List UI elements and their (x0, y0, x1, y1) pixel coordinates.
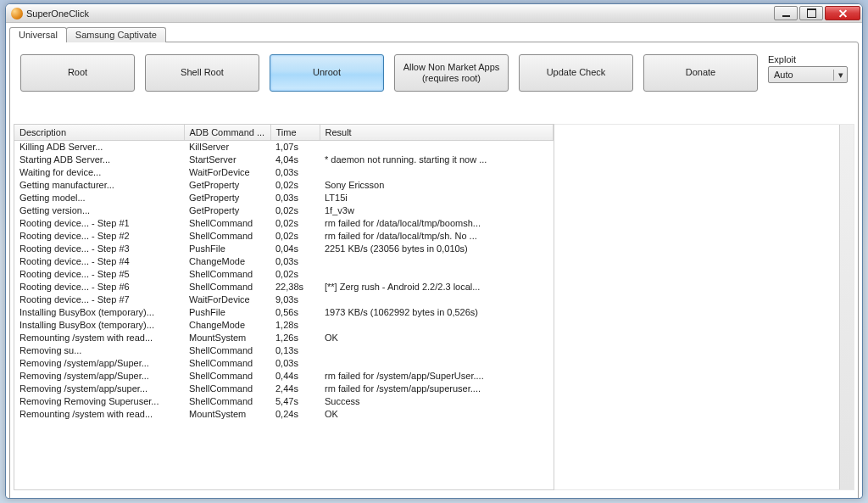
cell-res: Success (320, 394, 554, 407)
cell-desc: Rooting device... - Step #3 (14, 242, 184, 254)
table-row[interactable]: Installing BusyBox (temporary)...PushFil… (14, 305, 554, 318)
cell-time: 2,44s (270, 382, 320, 394)
close-button[interactable] (825, 6, 860, 20)
cell-time: 5,47s (270, 394, 320, 407)
table-row[interactable]: Rooting device... - Step #7WaitForDevice… (14, 293, 554, 305)
cell-cmd: ShellCommand (184, 382, 270, 394)
cell-res (320, 254, 554, 267)
table-row[interactable]: Rooting device... - Step #4ChangeMode0,0… (14, 254, 554, 267)
cell-desc: Killing ADB Server... (14, 140, 184, 153)
table-row[interactable]: Remounting /system with read...MountSyst… (14, 407, 554, 420)
update-check-button[interactable]: Update Check (519, 54, 633, 92)
cell-cmd: ShellCommand (184, 267, 270, 280)
cell-desc: Removing Removing Superuser... (14, 394, 184, 407)
col-description[interactable]: Description (14, 125, 184, 140)
titlebar[interactable]: SuperOneClick (6, 4, 862, 23)
cell-time: 0,02s (270, 204, 320, 216)
cell-desc: Rooting device... - Step #5 (14, 267, 184, 280)
col-time[interactable]: Time (270, 125, 320, 140)
scroll-up-icon[interactable]: ▲ (840, 125, 854, 138)
cell-cmd: KillServer (184, 140, 270, 153)
cell-time: 0,03s (270, 191, 320, 204)
cell-cmd: ChangeMode (184, 254, 270, 267)
table-row[interactable]: Getting model...GetProperty0,03sLT15i (14, 191, 554, 204)
table-row[interactable]: Removing /system/app/Super...ShellComman… (14, 356, 554, 369)
cell-cmd: ShellCommand (184, 344, 270, 356)
cell-desc: Starting ADB Server... (14, 153, 184, 165)
table-row[interactable]: Rooting device... - Step #2ShellCommand0… (14, 229, 554, 242)
table-row[interactable]: Remounting /system with read...MountSyst… (14, 331, 554, 344)
tab-page-universal: Root Shell Root Unroot Allow Non Market … (9, 42, 859, 499)
content-split: Description ADB Command ... Time Result … (14, 124, 854, 490)
tab-samsung-captivate[interactable]: Samsung Captivate (66, 27, 166, 42)
cell-cmd: PushFile (184, 242, 270, 254)
cell-time: 0,03s (270, 254, 320, 267)
exploit-group: Exploit Auto ▾ (768, 54, 848, 83)
scroll-down-icon[interactable]: ▼ (840, 476, 854, 489)
cell-res (320, 267, 554, 280)
table-row[interactable]: Waiting for device...WaitForDevice0,03s (14, 165, 554, 178)
cell-cmd: ShellCommand (184, 394, 270, 407)
cell-res: rm failed for /system/app/SuperUser.... (320, 369, 554, 382)
exploit-combobox[interactable]: Auto ▾ (768, 66, 848, 83)
application-window: SuperOneClick Universal Samsung Captivat… (5, 3, 863, 499)
cell-res (320, 293, 554, 305)
table-row[interactable]: Getting manufacturer...GetProperty0,02sS… (14, 178, 554, 191)
table-row[interactable]: Killing ADB Server...KillServer1,07s (14, 140, 554, 153)
cell-cmd: MountSystem (184, 407, 270, 420)
cell-time: 0,03s (270, 356, 320, 369)
cell-time: 0,56s (270, 305, 320, 318)
cell-desc: Remounting /system with read... (14, 331, 184, 344)
table-row[interactable]: Starting ADB Server...StartServer4,04s* … (14, 153, 554, 165)
cell-desc: Installing BusyBox (temporary)... (14, 305, 184, 318)
cell-desc: Removing /system/app/super... (14, 382, 184, 394)
cell-time: 22,38s (270, 280, 320, 293)
table-row[interactable]: Getting version...GetProperty0,02s1f_v3w (14, 204, 554, 216)
cell-cmd: PushFile (184, 305, 270, 318)
col-adb-command[interactable]: ADB Command ... (184, 125, 270, 140)
shell-root-button[interactable]: Shell Root (145, 54, 259, 92)
cell-res: rm failed for /data/local/tmp/sh. No ... (320, 229, 554, 242)
table-row[interactable]: Removing /system/app/super...ShellComman… (14, 382, 554, 394)
cell-res: 1f_v3w (320, 204, 554, 216)
cell-time: 4,04s (270, 153, 320, 165)
table-row[interactable]: Rooting device... - Step #5ShellCommand0… (14, 267, 554, 280)
unroot-button[interactable]: Unroot (270, 54, 384, 92)
cell-res: * daemon not running. starting it now ..… (320, 153, 554, 165)
cell-desc: Getting model... (14, 191, 184, 204)
cell-desc: Removing su... (14, 344, 184, 356)
maximize-button[interactable] (799, 6, 823, 20)
cell-cmd: StartServer (184, 153, 270, 165)
col-result[interactable]: Result (320, 125, 554, 140)
minimize-button[interactable] (774, 6, 798, 20)
cell-res: [**] Zerg rush - Android 2.2/2.3 local..… (320, 280, 554, 293)
cell-res: 1973 KB/s (1062992 bytes in 0,526s) (320, 305, 554, 318)
cell-desc: Removing /system/app/Super... (14, 356, 184, 369)
table-row[interactable]: Rooting device... - Step #1ShellCommand0… (14, 216, 554, 229)
allow-non-market-button[interactable]: Allow Non Market Apps (requires root) (394, 54, 509, 92)
log-table-panel: Description ADB Command ... Time Result … (14, 124, 554, 490)
cell-time: 1,28s (270, 318, 320, 331)
cell-time: 0,02s (270, 229, 320, 242)
table-row[interactable]: Rooting device... - Step #6ShellCommand2… (14, 280, 554, 293)
table-row[interactable]: Removing /system/app/Super...ShellComman… (14, 369, 554, 382)
cell-desc: Getting manufacturer... (14, 178, 184, 191)
cell-res: rm failed for /data/local/tmp/boomsh... (320, 216, 554, 229)
cell-desc: Waiting for device... (14, 165, 184, 178)
window-title: SuperOneClick (26, 8, 89, 19)
cell-res: LT15i (320, 191, 554, 204)
cell-desc: Rooting device... - Step #1 (14, 216, 184, 229)
cell-time: 0,03s (270, 165, 320, 178)
root-button[interactable]: Root (20, 54, 135, 92)
donate-button[interactable]: Donate (643, 54, 758, 92)
cell-res: Sony Ericsson (320, 178, 554, 191)
table-row[interactable]: Removing Removing Superuser...ShellComma… (14, 394, 554, 407)
tab-universal[interactable]: Universal (9, 27, 67, 42)
table-row[interactable]: Installing BusyBox (temporary)...ChangeM… (14, 318, 554, 331)
cell-cmd: WaitForDevice (184, 293, 270, 305)
toolbar: Root Shell Root Unroot Allow Non Market … (10, 42, 858, 92)
table-row[interactable]: Rooting device... - Step #3PushFile0,04s… (14, 242, 554, 254)
cell-res (320, 356, 554, 369)
cell-time: 0,24s (270, 407, 320, 420)
table-row[interactable]: Removing su...ShellCommand0,13s (14, 344, 554, 356)
